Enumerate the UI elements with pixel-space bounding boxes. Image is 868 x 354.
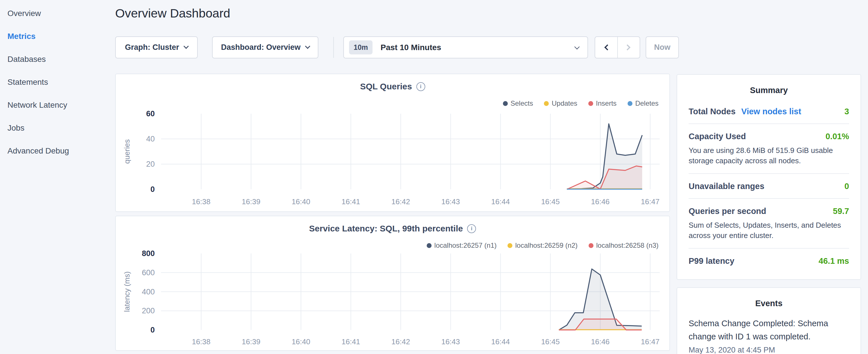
- sidebar-item-advanced-debug[interactable]: Advanced Debug: [7, 146, 115, 156]
- legend-dot-icon: [507, 243, 513, 248]
- sidebar-item-statements[interactable]: Statements: [7, 77, 115, 87]
- x-tick-label: 16:39: [242, 337, 260, 346]
- sidebar: Overview Metrics Databases Statements Ne…: [0, 0, 115, 169]
- graph-dropdown[interactable]: Graph: Cluster: [115, 36, 198, 58]
- y-tick-label: 0: [150, 185, 155, 194]
- now-button[interactable]: Now: [646, 36, 679, 58]
- y-tick-label: 800: [142, 249, 155, 258]
- chart-title: SQL Queries: [360, 82, 412, 91]
- dashboard-dropdown[interactable]: Dashboard: Overview: [212, 36, 318, 58]
- time-range-label: Past 10 Minutes: [380, 43, 441, 52]
- chart-title-row: Service Latency: SQL, 99th percentile i: [116, 224, 670, 233]
- info-icon[interactable]: i: [416, 82, 425, 91]
- events-title: Events: [689, 299, 849, 308]
- x-tick-label: 16:43: [441, 197, 460, 206]
- legend-dot-icon: [627, 101, 632, 106]
- summary-value: 0: [844, 182, 849, 191]
- sidebar-item-jobs[interactable]: Jobs: [7, 123, 115, 133]
- legend-item: Updates: [544, 99, 577, 107]
- chart-title-row: SQL Queries i: [116, 82, 670, 91]
- events-panel: Events Schema Change Completed: Schema c…: [677, 287, 861, 354]
- x-tick-label: 16:44: [491, 197, 510, 206]
- y-axis-label: queries: [123, 139, 131, 164]
- x-tick-label: 16:45: [541, 337, 560, 346]
- y-tick-label: 0: [150, 326, 155, 334]
- summary-label: Unavailable ranges: [689, 182, 764, 191]
- legend-dot-icon: [589, 243, 593, 248]
- summary-title: Summary: [689, 86, 849, 95]
- legend-item: localhost:26257 (n1): [427, 242, 497, 250]
- sidebar-item-metrics[interactable]: Metrics: [7, 32, 115, 41]
- sidebar-item-databases[interactable]: Databases: [7, 55, 115, 64]
- sidebar-item-overview[interactable]: Overview: [7, 9, 115, 18]
- x-tick-label: 16:38: [192, 197, 210, 206]
- dashboard-dropdown-label: Dashboard: Overview: [221, 43, 301, 52]
- x-tick-label: 16:47: [641, 337, 659, 346]
- y-tick-label: 60: [146, 109, 155, 118]
- chart-legend: SelectsUpdatesInsertsDeletes: [503, 99, 659, 107]
- y-axis-label: latency (ms): [123, 271, 131, 312]
- summary-subtext: Sum of Selects, Updates, Inserts, and De…: [689, 220, 849, 241]
- summary-row-capacity-used: Capacity Used 0.01% You are using 28.6 M…: [689, 124, 849, 174]
- y-tick-label: 20: [146, 160, 155, 168]
- x-tick-label: 16:41: [342, 337, 360, 346]
- summary-value: 59.7: [833, 206, 849, 216]
- summary-label: P99 latency: [689, 256, 735, 266]
- time-step-button-group: [595, 36, 640, 58]
- y-tick-label: 600: [142, 268, 155, 277]
- chevron-down-icon: [574, 44, 580, 49]
- sql-queries-chart-card: SQL Queries i SelectsUpdatesInsertsDelet…: [115, 74, 670, 212]
- x-tick-label: 16:46: [591, 337, 610, 346]
- app-root: Overview Metrics Databases Statements Ne…: [0, 0, 868, 354]
- x-tick-label: 16:38: [192, 337, 210, 346]
- legend-item: Selects: [503, 99, 533, 107]
- sidebar-item-network-latency[interactable]: Network Latency: [7, 100, 115, 110]
- legend-dot-icon: [427, 243, 432, 248]
- x-tick-label: 16:40: [292, 337, 310, 346]
- event-timestamp: May 13, 2020 at 4:45 PM: [689, 346, 849, 354]
- summary-row-p99-latency: P99 latency 46.1 ms: [689, 249, 849, 273]
- time-range-badge: 10m: [349, 40, 373, 55]
- info-icon[interactable]: i: [467, 224, 476, 233]
- graph-dropdown-label: Graph: Cluster: [125, 43, 179, 52]
- summary-row-unavailable-ranges: Unavailable ranges 0: [689, 174, 849, 199]
- summary-row-queries-per-second: Queries per second 59.7 Sum of Selects, …: [689, 199, 849, 249]
- sql-queries-plot[interactable]: 16:3816:3916:4016:4116:4216:4316:4416:45…: [116, 109, 671, 214]
- time-prev-button[interactable]: [595, 37, 618, 58]
- toolbar-divider: [333, 37, 334, 58]
- y-tick-label: 40: [146, 135, 155, 143]
- summary-label: Queries per second: [689, 206, 766, 216]
- chart-title: Service Latency: SQL, 99th percentile: [309, 224, 463, 233]
- chart-svg: 16:3816:3916:4016:4116:4216:4316:4416:45…: [116, 109, 671, 213]
- legend-dot-icon: [588, 101, 593, 106]
- legend-item: localhost:26259 (n2): [507, 242, 578, 250]
- y-tick-label: 400: [142, 288, 155, 296]
- summary-row-total-nodes: Total Nodes View nodes list 3: [689, 99, 849, 124]
- y-tick-label: 200: [142, 307, 155, 315]
- legend-item: Inserts: [588, 99, 617, 107]
- chevron-left-icon: [604, 44, 610, 51]
- summary-label: Capacity Used: [689, 132, 746, 141]
- x-tick-label: 16:41: [342, 197, 360, 206]
- x-tick-label: 16:45: [541, 197, 560, 206]
- summary-label: Total Nodes: [689, 107, 736, 116]
- x-tick-label: 16:39: [242, 197, 260, 206]
- x-tick-label: 16:43: [441, 337, 460, 346]
- time-range-dropdown[interactable]: 10m Past 10 Minutes: [343, 36, 588, 58]
- chevron-down-icon: [305, 43, 310, 49]
- page-title: Overview Dashboard: [115, 6, 230, 20]
- legend-item: localhost:26258 (n3): [589, 242, 658, 250]
- chevron-right-icon: [624, 44, 630, 51]
- time-next-button[interactable]: [618, 37, 640, 58]
- chart-legend: localhost:26257 (n1)localhost:26259 (n2)…: [427, 242, 658, 250]
- summary-value: 0.01%: [826, 132, 849, 141]
- chart-svg: 16:3816:3916:4016:4116:4216:4316:4416:45…: [116, 249, 671, 351]
- summary-subtext: You are using 28.6 MiB of 515.9 GiB usab…: [689, 145, 849, 166]
- service-latency-plot[interactable]: 16:3816:3916:4016:4116:4216:4316:4416:45…: [116, 249, 671, 352]
- summary-value: 46.1 ms: [819, 256, 849, 266]
- legend-dot-icon: [544, 101, 549, 106]
- legend-item: Deletes: [627, 99, 658, 107]
- view-nodes-list-link[interactable]: View nodes list: [741, 107, 801, 116]
- event-text[interactable]: Schema Change Completed: Schema change w…: [689, 317, 849, 344]
- x-tick-label: 16:47: [641, 197, 659, 206]
